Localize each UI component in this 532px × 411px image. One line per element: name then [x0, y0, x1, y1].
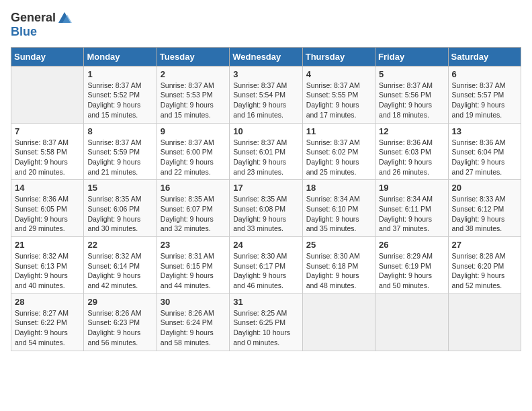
- day-number: 14: [15, 183, 80, 193]
- cell-info: Sunrise: 8:36 AMSunset: 6:05 PMDaylight:…: [15, 194, 80, 234]
- day-number: 19: [379, 183, 444, 193]
- cell-info: Sunrise: 8:26 AMSunset: 6:23 PMDaylight:…: [87, 308, 152, 348]
- cell-info: Sunrise: 8:30 AMSunset: 6:17 PMDaylight:…: [233, 251, 298, 291]
- calendar-cell: 24Sunrise: 8:30 AMSunset: 6:17 PMDayligh…: [230, 237, 302, 294]
- cell-info: Sunrise: 8:37 AMSunset: 5:53 PMDaylight:…: [161, 81, 226, 120]
- calendar-cell: 5Sunrise: 8:37 AMSunset: 5:56 PMDaylight…: [375, 66, 448, 123]
- calendar-cell: 29Sunrise: 8:26 AMSunset: 6:23 PMDayligh…: [84, 293, 157, 351]
- day-number: 10: [233, 126, 298, 136]
- cell-info: Sunrise: 8:37 AMSunset: 5:52 PMDaylight:…: [87, 81, 152, 120]
- cell-info: Sunrise: 8:35 AMSunset: 6:06 PMDaylight:…: [87, 194, 152, 234]
- day-number: 3: [233, 69, 298, 79]
- logo: General Blue: [11, 11, 72, 39]
- cell-info: Sunrise: 8:36 AMSunset: 6:04 PMDaylight:…: [452, 138, 517, 177]
- calendar-cell: 10Sunrise: 8:37 AMSunset: 6:01 PMDayligh…: [230, 123, 302, 180]
- calendar-cell: 22Sunrise: 8:32 AMSunset: 6:14 PMDayligh…: [84, 237, 157, 294]
- calendar-cell: 21Sunrise: 8:32 AMSunset: 6:13 PMDayligh…: [11, 237, 84, 294]
- cell-info: Sunrise: 8:28 AMSunset: 6:20 PMDaylight:…: [452, 251, 517, 291]
- calendar-cell: 28Sunrise: 8:27 AMSunset: 6:22 PMDayligh…: [11, 293, 84, 351]
- calendar-cell: 14Sunrise: 8:36 AMSunset: 6:05 PMDayligh…: [11, 180, 84, 237]
- calendar-cell: 18Sunrise: 8:34 AMSunset: 6:10 PMDayligh…: [302, 180, 375, 237]
- calendar-body: 1Sunrise: 8:37 AMSunset: 5:52 PMDaylight…: [11, 66, 521, 351]
- day-number: 6: [452, 69, 517, 79]
- calendar-cell: 2Sunrise: 8:37 AMSunset: 5:53 PMDaylight…: [157, 66, 229, 123]
- calendar-week-row: 21Sunrise: 8:32 AMSunset: 6:13 PMDayligh…: [11, 237, 521, 294]
- calendar-cell: 15Sunrise: 8:35 AMSunset: 6:06 PMDayligh…: [84, 180, 157, 237]
- cell-info: Sunrise: 8:37 AMSunset: 6:02 PMDaylight:…: [306, 138, 371, 177]
- calendar-cell: 9Sunrise: 8:37 AMSunset: 6:00 PMDaylight…: [157, 123, 229, 180]
- page-header: General Blue: [11, 11, 521, 39]
- day-number: 7: [15, 126, 80, 136]
- calendar-cell: 30Sunrise: 8:26 AMSunset: 6:24 PMDayligh…: [157, 293, 229, 351]
- calendar-cell: 11Sunrise: 8:37 AMSunset: 6:02 PMDayligh…: [302, 123, 375, 180]
- calendar-cell: 27Sunrise: 8:28 AMSunset: 6:20 PMDayligh…: [448, 237, 521, 294]
- calendar-cell: 23Sunrise: 8:31 AMSunset: 6:15 PMDayligh…: [157, 237, 229, 294]
- cell-info: Sunrise: 8:31 AMSunset: 6:15 PMDaylight:…: [161, 251, 226, 291]
- day-number: 31: [233, 297, 298, 307]
- cell-info: Sunrise: 8:34 AMSunset: 6:10 PMDaylight:…: [306, 194, 371, 234]
- calendar-cell: [11, 66, 84, 123]
- day-number: 16: [161, 183, 226, 193]
- calendar-cell: 4Sunrise: 8:37 AMSunset: 5:55 PMDaylight…: [302, 66, 375, 123]
- calendar-cell: 13Sunrise: 8:36 AMSunset: 6:04 PMDayligh…: [448, 123, 521, 180]
- logo-icon: [57, 11, 72, 26]
- day-number: 29: [87, 297, 152, 307]
- cell-info: Sunrise: 8:27 AMSunset: 6:22 PMDaylight:…: [15, 308, 80, 348]
- day-number: 17: [233, 183, 298, 193]
- day-number: 2: [161, 69, 226, 79]
- calendar-cell: 26Sunrise: 8:29 AMSunset: 6:19 PMDayligh…: [375, 237, 448, 294]
- cell-info: Sunrise: 8:37 AMSunset: 5:56 PMDaylight:…: [379, 81, 444, 120]
- day-number: 4: [306, 69, 371, 79]
- cell-info: Sunrise: 8:35 AMSunset: 6:08 PMDaylight:…: [233, 194, 298, 234]
- weekday-header-cell: Monday: [84, 47, 157, 66]
- calendar-cell: [375, 293, 448, 351]
- cell-info: Sunrise: 8:25 AMSunset: 6:25 PMDaylight:…: [233, 308, 298, 348]
- day-number: 20: [452, 183, 517, 193]
- cell-info: Sunrise: 8:34 AMSunset: 6:11 PMDaylight:…: [379, 194, 444, 234]
- calendar-cell: [302, 293, 375, 351]
- calendar-week-row: 14Sunrise: 8:36 AMSunset: 6:05 PMDayligh…: [11, 180, 521, 237]
- weekday-header-cell: Friday: [375, 47, 448, 66]
- day-number: 23: [161, 240, 226, 250]
- cell-info: Sunrise: 8:36 AMSunset: 6:03 PMDaylight:…: [379, 138, 444, 177]
- cell-info: Sunrise: 8:29 AMSunset: 6:19 PMDaylight:…: [379, 251, 444, 291]
- calendar-table: SundayMondayTuesdayWednesdayThursdayFrid…: [11, 47, 521, 351]
- calendar-cell: 3Sunrise: 8:37 AMSunset: 5:54 PMDaylight…: [230, 66, 302, 123]
- calendar-week-row: 7Sunrise: 8:37 AMSunset: 5:58 PMDaylight…: [11, 123, 521, 180]
- calendar-cell: 6Sunrise: 8:37 AMSunset: 5:57 PMDaylight…: [448, 66, 521, 123]
- day-number: 15: [87, 183, 152, 193]
- day-number: 25: [306, 240, 371, 250]
- logo-blue: Blue: [11, 26, 72, 39]
- calendar-cell: [448, 293, 521, 351]
- cell-info: Sunrise: 8:32 AMSunset: 6:14 PMDaylight:…: [87, 251, 152, 291]
- calendar-cell: 8Sunrise: 8:37 AMSunset: 5:59 PMDaylight…: [84, 123, 157, 180]
- cell-info: Sunrise: 8:33 AMSunset: 6:12 PMDaylight:…: [452, 194, 517, 234]
- calendar-week-row: 28Sunrise: 8:27 AMSunset: 6:22 PMDayligh…: [11, 293, 521, 351]
- day-number: 1: [87, 69, 152, 79]
- day-number: 28: [15, 297, 80, 307]
- calendar-cell: 7Sunrise: 8:37 AMSunset: 5:58 PMDaylight…: [11, 123, 84, 180]
- cell-info: Sunrise: 8:37 AMSunset: 5:55 PMDaylight:…: [306, 81, 371, 120]
- day-number: 8: [87, 126, 152, 136]
- weekday-header-cell: Thursday: [302, 47, 375, 66]
- day-number: 27: [452, 240, 517, 250]
- cell-info: Sunrise: 8:37 AMSunset: 5:59 PMDaylight:…: [87, 138, 152, 177]
- weekday-header-cell: Wednesday: [230, 47, 302, 66]
- weekday-header-cell: Saturday: [448, 47, 521, 66]
- day-number: 24: [233, 240, 298, 250]
- calendar-cell: 17Sunrise: 8:35 AMSunset: 6:08 PMDayligh…: [230, 180, 302, 237]
- cell-info: Sunrise: 8:37 AMSunset: 6:00 PMDaylight:…: [161, 138, 226, 177]
- day-number: 26: [379, 240, 444, 250]
- cell-info: Sunrise: 8:35 AMSunset: 6:07 PMDaylight:…: [161, 194, 226, 234]
- day-number: 30: [161, 297, 226, 307]
- weekday-header-cell: Tuesday: [157, 47, 229, 66]
- cell-info: Sunrise: 8:32 AMSunset: 6:13 PMDaylight:…: [15, 251, 80, 291]
- calendar-cell: 12Sunrise: 8:36 AMSunset: 6:03 PMDayligh…: [375, 123, 448, 180]
- cell-info: Sunrise: 8:37 AMSunset: 5:57 PMDaylight:…: [452, 81, 517, 120]
- day-number: 9: [161, 126, 226, 136]
- day-number: 21: [15, 240, 80, 250]
- day-number: 12: [379, 126, 444, 136]
- day-number: 11: [306, 126, 371, 136]
- calendar-cell: 25Sunrise: 8:30 AMSunset: 6:18 PMDayligh…: [302, 237, 375, 294]
- cell-info: Sunrise: 8:37 AMSunset: 6:01 PMDaylight:…: [233, 138, 298, 177]
